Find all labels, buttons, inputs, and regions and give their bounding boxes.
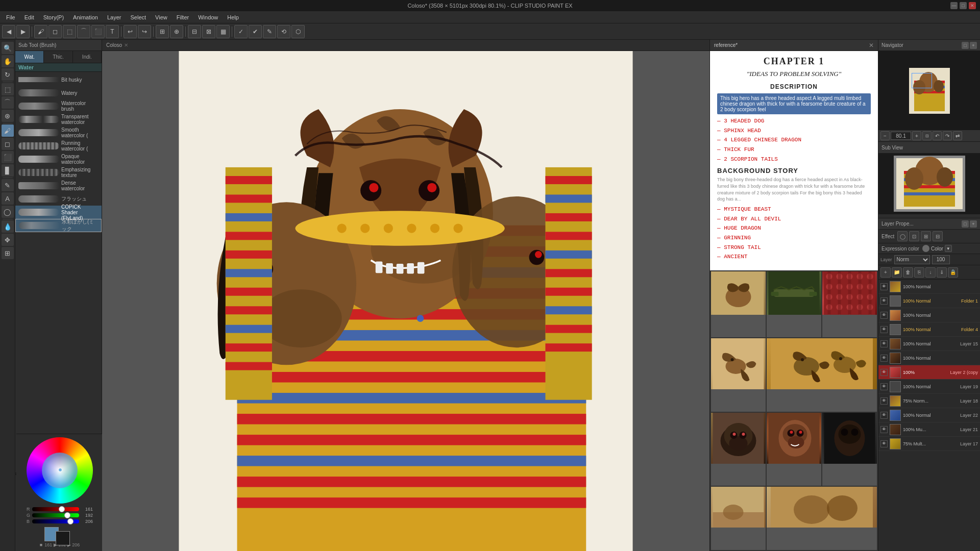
brush-dense[interactable]: Dense watercolor: [15, 179, 102, 192]
ref-img-8[interactable]: [822, 413, 877, 486]
layer-item-3[interactable]: 👁 100% Normal Layer 15: [878, 337, 980, 351]
tool-fill[interactable]: ⬛: [2, 151, 14, 163]
toolbar-check[interactable]: ✓: [234, 25, 248, 38]
layer-vis-8[interactable]: 👁: [880, 412, 888, 419]
ref-img-5[interactable]: [767, 338, 877, 412]
layer-item-6[interactable]: 👁 100% Normal Layer 19: [878, 380, 980, 394]
layer-merge-all[interactable]: ⇓: [937, 267, 947, 278]
layer-vis-f4[interactable]: 👁: [880, 326, 888, 333]
brush-watercolor[interactable]: Watercolor brush: [15, 99, 102, 113]
layer-vis-0[interactable]: 👁: [880, 283, 888, 290]
layer-item-10[interactable]: 👁 75% Mult... Layer 17: [878, 437, 980, 451]
brush-bit-husky[interactable]: Bit husky: [15, 73, 102, 86]
toolbar-vector[interactable]: ⟲: [277, 25, 290, 38]
ref-img-3[interactable]: [822, 271, 877, 337]
layer-vis-2[interactable]: 👁: [880, 312, 888, 319]
layer-merge-down[interactable]: ↓: [925, 267, 936, 278]
menu-filter[interactable]: Filter: [173, 13, 193, 21]
menu-edit[interactable]: Edit: [20, 13, 38, 21]
toolbar-eraser[interactable]: ◻: [48, 25, 62, 38]
brush-opaque[interactable]: Opaque watercolor: [15, 153, 102, 166]
brush-tab-india[interactable]: Indi.: [73, 51, 102, 63]
toolbar-nav-left[interactable]: ◀: [2, 25, 15, 38]
tool-brush[interactable]: 🖌: [2, 124, 14, 137]
layer-item-folder1[interactable]: 👁 100% Normal Folder 1: [878, 294, 980, 308]
menu-animation[interactable]: Animation: [69, 13, 102, 21]
effect-btn4[interactable]: ⊟: [933, 231, 943, 241]
layer-header-btn1[interactable]: □: [962, 220, 969, 228]
nav-rotate-right[interactable]: ↷: [943, 131, 952, 140]
toolbar-checkmark[interactable]: ✔: [249, 25, 262, 38]
brush-emphasizing[interactable]: Emphasizing texture: [15, 166, 102, 179]
toolbar-grid[interactable]: ⊟: [188, 25, 201, 38]
tool-pen[interactable]: ✎: [2, 179, 14, 191]
nav-btn2[interactable]: +: [970, 42, 977, 49]
tool-gradient[interactable]: ▊: [2, 164, 14, 177]
blend-mode-select[interactable]: Norm Multiply Screen: [894, 255, 930, 264]
brush-copick[interactable]: COPICK Shader (FlyLand): [15, 206, 102, 219]
toolbar-undo[interactable]: ↩: [124, 25, 137, 38]
toolbar-brush[interactable]: 🖌: [34, 25, 47, 38]
toolbar-fill[interactable]: ⬛: [91, 25, 105, 38]
tool-select-lasso[interactable]: ⌒: [2, 96, 14, 109]
tool-text[interactable]: A: [2, 192, 14, 205]
brush-running[interactable]: Running watercolor (: [15, 139, 102, 153]
tool-move[interactable]: ✥: [2, 234, 14, 246]
toolbar-transform[interactable]: ⊞: [156, 25, 169, 38]
ref-img-4[interactable]: [711, 338, 766, 412]
menu-file[interactable]: File: [2, 13, 19, 21]
nav-zoom-input[interactable]: [891, 132, 911, 140]
r-handle[interactable]: [59, 506, 65, 512]
nav-fit[interactable]: ⊡: [922, 131, 932, 140]
b-track[interactable]: [32, 519, 79, 523]
ref-img-10[interactable]: [767, 487, 877, 550]
toolbar-redo[interactable]: ↪: [138, 25, 151, 38]
background-color[interactable]: [56, 531, 70, 545]
tool-rotate[interactable]: ↻: [2, 68, 14, 81]
expression-color-dropdown[interactable]: ▼: [945, 245, 952, 252]
effect-btn2[interactable]: ⊡: [909, 231, 919, 241]
tool-transform2[interactable]: ⊞: [2, 247, 14, 259]
nav-flip[interactable]: ⇄: [953, 131, 962, 140]
menu-view[interactable]: View: [151, 13, 172, 21]
toolbar-text[interactable]: T: [106, 25, 119, 38]
layer-item-2[interactable]: 👁 100% Normal: [878, 308, 980, 322]
ref-img-1[interactable]: [711, 271, 766, 337]
layer-vis-7[interactable]: 👁: [880, 397, 888, 405]
nav-btn1[interactable]: □: [962, 42, 969, 49]
layer-delete[interactable]: 🗑: [903, 267, 913, 278]
ref-tab-close[interactable]: ✕: [869, 42, 874, 49]
layer-item-0[interactable]: 👁 100% Normal: [878, 280, 980, 294]
layer-vis-9[interactable]: 👁: [880, 426, 888, 433]
brush-smooth[interactable]: Smooth watercolor (: [15, 126, 102, 139]
tool-select-rect[interactable]: ⬚: [2, 83, 14, 95]
ref-img-9[interactable]: [711, 487, 766, 550]
r-track[interactable]: [32, 507, 79, 511]
layer-item-7[interactable]: 👁 75% Norm... Layer 18: [878, 394, 980, 408]
ref-img-6[interactable]: [711, 413, 766, 486]
b-handle[interactable]: [67, 518, 74, 524]
toolbar-lasso[interactable]: ⌒: [77, 25, 90, 38]
color-wheel-container[interactable]: [27, 437, 93, 504]
artwork-canvas[interactable]: [102, 51, 709, 551]
layer-vis-3[interactable]: 👁: [880, 340, 888, 347]
menu-help[interactable]: Help: [223, 13, 243, 21]
maximize-button[interactable]: □: [960, 2, 967, 9]
toolbar-zoom[interactable]: ⊕: [170, 25, 183, 38]
toolbar-ruler[interactable]: ▦: [216, 25, 230, 38]
toolbar-select[interactable]: ⬚: [63, 25, 76, 38]
menu-select[interactable]: Select: [127, 13, 151, 21]
effect-btn1[interactable]: ◯: [897, 231, 908, 241]
tool-select-magic[interactable]: ⊛: [2, 110, 14, 122]
layer-vis-f1[interactable]: 👁: [880, 297, 888, 305]
g-track[interactable]: [32, 513, 79, 517]
brush-watery[interactable]: Watery: [15, 86, 102, 99]
brush-tab-water[interactable]: Wat.: [15, 51, 44, 63]
tool-shape[interactable]: ◯: [2, 206, 14, 218]
tool-hand[interactable]: ✋: [2, 55, 14, 67]
toolbar-pen[interactable]: ✎: [263, 25, 276, 38]
close-button[interactable]: ✕: [969, 2, 976, 9]
minimize-button[interactable]: —: [950, 2, 958, 9]
layer-header-btn2[interactable]: +: [970, 220, 977, 228]
brush-suisai[interactable]: 水彩ぼかし(ミック: [15, 219, 102, 232]
